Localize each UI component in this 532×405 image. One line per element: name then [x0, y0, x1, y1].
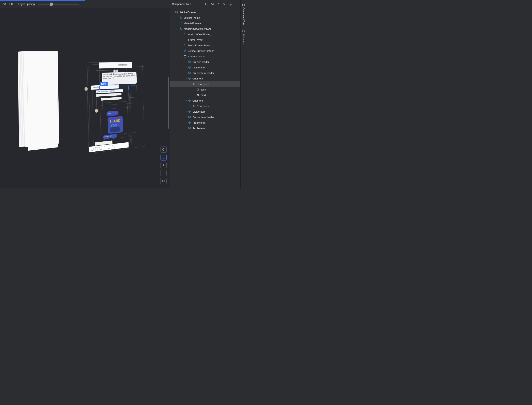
svg-rect-10 — [193, 83, 195, 85]
tree-node-label: AndroidViewBinding — [188, 33, 211, 36]
tree-arrow-icon[interactable] — [189, 82, 192, 86]
tree-row[interactable]: ProfileItem — [170, 120, 240, 125]
tree-row[interactable]: DividerItem — [170, 109, 240, 114]
svg-rect-11 — [197, 89, 199, 90]
toolbar-separator — [16, 2, 16, 6]
svg-rect-18 — [242, 30, 243, 31]
tree-arrow-icon[interactable] — [193, 94, 196, 97]
tree-row[interactable]: Column(inline) — [170, 54, 240, 59]
tree-row[interactable]: FrameLayout — [170, 37, 240, 43]
load-overlay-icon[interactable] — [9, 2, 13, 7]
tree-node-label: ModalNavigationDrawer — [184, 27, 211, 30]
svg-rect-13 — [193, 105, 195, 107]
tree-row[interactable]: DrawerItemHeader — [170, 70, 240, 76]
message-text-1: fast but this is def gonna be useful in … — [103, 73, 136, 80]
tree-row[interactable]: AbText — [170, 92, 240, 98]
rail-tab-component-tree[interactable]: Component Tree — [242, 2, 245, 27]
tree-arrow-icon[interactable] — [185, 66, 188, 69]
device-button[interactable] — [160, 154, 167, 161]
zoom-in-button[interactable] — [160, 162, 167, 169]
tree-row[interactable]: Icon — [170, 87, 240, 92]
tree-row[interactable]: ModalDrawerSheet — [170, 43, 240, 48]
tree-arrow-icon[interactable] — [172, 11, 175, 14]
tree-node-label: ProfileItem — [192, 121, 205, 124]
layer-spacing-slider[interactable] — [37, 4, 79, 5]
tree-arrow-icon[interactable] — [185, 77, 188, 80]
tree-arrow-icon[interactable] — [180, 44, 183, 47]
rail-tab-attributes[interactable]: Attributes — [242, 28, 245, 46]
tree-node-icon — [179, 21, 182, 25]
tree-row[interactable]: JetchatDrawerContent — [170, 48, 240, 54]
tree-arrow-icon[interactable] — [189, 104, 192, 108]
tree-node-icon — [188, 121, 191, 124]
viewport-controls — [160, 146, 167, 184]
minimize-icon[interactable] — [234, 2, 238, 7]
tree-row[interactable]: Row(inline) — [170, 103, 240, 109]
tree-row[interactable]: JetchatDrawer — [170, 9, 240, 15]
tree-arrow-icon[interactable] — [185, 127, 188, 130]
visibility-icon[interactable] — [2, 2, 7, 7]
tree-row[interactable]: JetchatTheme — [170, 15, 240, 20]
author-label: Taylor Br… — [93, 86, 100, 88]
tree-node-label: MaterialTheme — [184, 22, 201, 25]
thankyou-big-top: THANK — [110, 119, 120, 124]
tree-row[interactable]: ModalNavigationDrawer — [170, 26, 240, 32]
svg-point-3 — [163, 158, 163, 158]
tree-node-icon — [179, 27, 182, 31]
tree-node-label: ModalDrawerSheet — [188, 44, 210, 47]
tree-row[interactable]: DrawerHeader — [170, 59, 240, 65]
tree-node-label: Row — [197, 83, 202, 86]
slider-thumb[interactable] — [50, 3, 53, 6]
filter-visibility-icon[interactable] — [210, 2, 215, 7]
settings-icon[interactable] — [228, 2, 232, 7]
tree-row[interactable]: Row(inline) — [170, 81, 240, 87]
tree-arrow-icon[interactable] — [176, 27, 179, 30]
tree-row[interactable]: ChatItem — [170, 98, 240, 103]
selection-label: Row — [100, 82, 108, 86]
viewport-toolbar: Layer Spacing: — [0, 0, 170, 8]
tree-row[interactable]: MaterialTheme — [170, 20, 240, 26]
checkit-text: Check it out! — [104, 135, 112, 138]
tree-node-label: Column — [188, 55, 197, 58]
tree-arrow-icon[interactable] — [185, 71, 188, 74]
viewport-scrollbar[interactable] — [168, 77, 169, 128]
component-tree[interactable]: JetchatDrawerJetchatThemeMaterialThemeMo… — [170, 8, 240, 188]
tree-arrow-icon[interactable] — [193, 88, 196, 91]
tree-arrow-icon[interactable] — [185, 60, 188, 63]
tree-row[interactable]: AndroidViewBinding — [170, 32, 240, 37]
tree-node-icon — [188, 60, 191, 64]
tree-node-icon — [175, 10, 178, 14]
tree-arrow-icon[interactable] — [180, 55, 183, 58]
tree-node-label: ChatItem — [192, 99, 203, 102]
layout-3d-viewport[interactable]: #composers fast but this is def gonna be… — [0, 8, 170, 188]
zoom-out-button[interactable] — [160, 170, 167, 176]
tree-node-label: Text — [201, 94, 206, 97]
fit-button[interactable] — [160, 178, 167, 184]
expand-collapse-icon[interactable] — [216, 2, 221, 7]
tree-arrow-icon[interactable] — [185, 115, 188, 119]
search-icon[interactable] — [204, 2, 209, 7]
tree-arrow-icon[interactable] — [185, 99, 188, 102]
tree-node-icon: Ab — [196, 93, 200, 97]
close-icon[interactable] — [222, 2, 227, 7]
tree-arrow-icon[interactable] — [180, 49, 183, 53]
svg-point-6 — [212, 4, 213, 5]
tree-row[interactable]: DrawerItemHeader — [170, 114, 240, 120]
pan-tool-button[interactable] — [160, 146, 167, 153]
thankyou-small: Thank you! 💗 — [108, 112, 116, 114]
svg-point-0 — [4, 4, 5, 5]
tree-node-dim: (inline) — [203, 83, 210, 86]
tree-row[interactable]: ProfileItem — [170, 125, 240, 131]
tree-arrow-icon[interactable] — [180, 38, 183, 41]
layer-spacing-label: Layer Spacing: — [18, 3, 35, 6]
tree-row[interactable]: ChatItem — [170, 76, 240, 81]
tree-arrow-icon[interactable] — [176, 22, 179, 25]
tree-arrow-icon[interactable] — [176, 16, 179, 19]
tree-node-icon — [183, 33, 187, 36]
tree-row[interactable]: DividerItem — [170, 65, 240, 70]
selection-highlight — [99, 86, 128, 90]
tree-arrow-icon[interactable] — [180, 33, 183, 36]
mention-text: @aliconors Take a look at… — [97, 90, 116, 93]
tree-arrow-icon[interactable] — [185, 110, 188, 113]
tree-arrow-icon[interactable] — [185, 121, 188, 124]
